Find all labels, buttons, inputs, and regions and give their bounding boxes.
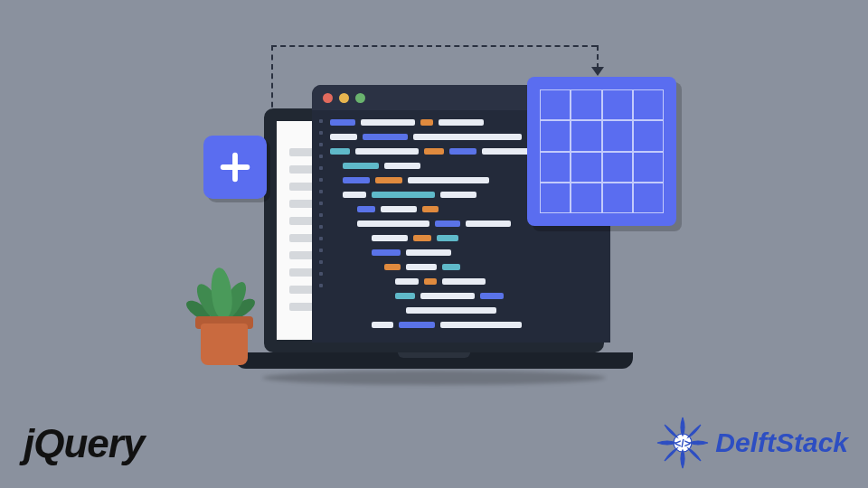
grid-icon [527,77,676,226]
plus-icon [203,136,267,199]
delftstack-logo: </> DelftStack [656,416,848,470]
close-icon [323,93,333,103]
svg-text:</>: </> [675,437,691,450]
connector-line [597,45,599,69]
delftstack-text: DelftStack [715,427,848,458]
jquery-logo: jQuery [24,421,144,466]
connector-line [271,45,597,47]
arrow-down-icon [591,67,604,76]
mandala-icon: </> [656,416,710,470]
minimize-icon [339,93,349,103]
plant-pot [201,324,248,365]
laptop-notch [398,352,470,358]
maximize-icon [355,93,365,103]
laptop-shadow [262,371,606,385]
